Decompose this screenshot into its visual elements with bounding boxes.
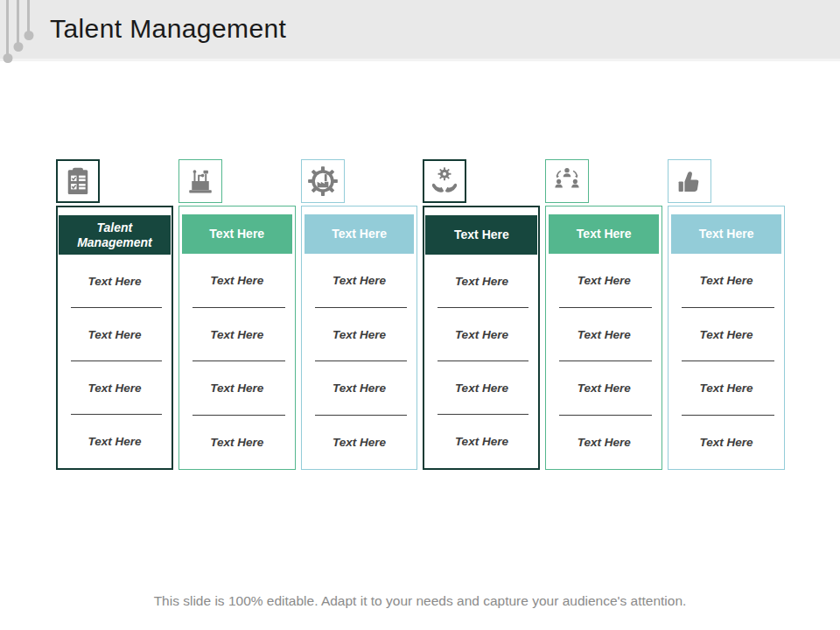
cell-text[interactable]: Text Here [179,254,295,308]
column-rows: Text HereText HereText HereText Here [302,254,417,469]
cell-text[interactable]: Text Here [546,361,662,416]
cell-text[interactable]: Text Here [179,416,295,470]
column-rows: Text HereText HereText HereText Here [58,255,172,468]
cell-text[interactable]: Text Here [58,361,172,415]
column-header-label: Talent Management [69,220,160,248]
column-rows: Text HereText HereText HereText Here [668,254,784,469]
icon-box[interactable] [178,159,222,203]
column-panel: Talent Management Text HereText HereText… [56,206,173,470]
cell-text[interactable]: Text Here [302,416,417,470]
column: Text Here Text HereText HereText HereTex… [545,159,662,470]
column: Text Here Text HereText HereText HereTex… [668,159,785,470]
column: Text Here Text HereText HereText HereTex… [301,159,418,470]
cell-text[interactable]: Text Here [668,308,784,362]
column-panel: Text Here Text HereText HereText HereTex… [545,206,662,470]
column-header[interactable]: Text Here [182,214,292,254]
icon-box[interactable] [301,159,345,203]
clipboard-checklist-icon [62,165,94,197]
column: Text Here Text HereText HereText HereTex… [423,159,540,470]
icon-box[interactable] [668,159,711,203]
cell-text[interactable]: Text Here [58,255,172,308]
title-bar: Talent Management [0,0,840,61]
slide-canvas: Talent Management Talent Management Text… [0,0,840,630]
cell-text[interactable]: Text Here [58,308,172,361]
cell-text[interactable]: Text Here [424,361,538,415]
column-rows: Text HereText HereText HereText Here [424,255,538,468]
column: Talent Management Text HereText HereText… [56,159,173,470]
thumbs-up-icon [674,165,705,197]
icon-box[interactable] [56,159,100,203]
column-panel: Text Here Text HereText HereText HereTex… [668,206,785,470]
cell-text[interactable]: Text Here [179,308,295,362]
column-header[interactable]: Text Here [425,215,537,255]
column-rows: Text HereText HereText HereText Here [546,254,662,469]
pin-line-icon [6,0,9,54]
columns-area: Talent Management Text HereText HereText… [56,159,785,470]
cell-text[interactable]: Text Here [668,254,784,308]
hands-gear-icon [429,165,460,197]
gear-factory-icon [307,165,339,197]
cell-text[interactable]: Text Here [668,361,784,416]
icon-box[interactable] [545,159,589,203]
column-header[interactable]: Text Here [549,214,659,254]
column-header[interactable]: Talent Management [59,215,171,255]
cell-text[interactable]: Text Here [302,361,417,416]
column-header-label: Text Here [209,227,264,241]
column-header[interactable]: Text Here [671,214,781,254]
column-panel: Text Here Text HereText HereText HereTex… [423,206,540,470]
cell-text[interactable]: Text Here [179,361,295,416]
cell-text[interactable]: Text Here [302,254,417,308]
column-header[interactable]: Text Here [304,214,415,254]
cell-text[interactable]: Text Here [546,416,662,470]
page-title: Talent Management [50,14,286,44]
column: Text Here Text HereText HereText HereTex… [178,159,296,470]
column-header-label: Text Here [577,227,632,241]
cell-text[interactable]: Text Here [668,416,784,470]
cell-text[interactable]: Text Here [546,308,662,362]
column-header-label: Text Here [699,227,754,241]
cell-text[interactable]: Text Here [546,254,662,308]
column-header-label: Text Here [332,227,387,241]
cell-text[interactable]: Text Here [424,308,538,361]
column-panel: Text Here Text HereText HereText HereTex… [301,206,418,470]
machine-automation-icon [185,165,216,197]
footer-note: This slide is 100% editable. Adapt it to… [0,593,840,609]
cell-text[interactable]: Text Here [302,308,417,362]
cell-text[interactable]: Text Here [58,415,172,468]
column-header-label: Text Here [454,228,509,242]
pin-line-icon [17,0,19,43]
column-panel: Text Here Text HereText HereText HereTex… [178,206,296,470]
column-rows: Text HereText HereText HereText Here [179,254,295,469]
icon-box[interactable] [423,159,466,203]
pin-line-icon [27,0,30,32]
cell-text[interactable]: Text Here [424,255,538,308]
team-hierarchy-icon [551,165,583,197]
cell-text[interactable]: Text Here [424,415,538,468]
